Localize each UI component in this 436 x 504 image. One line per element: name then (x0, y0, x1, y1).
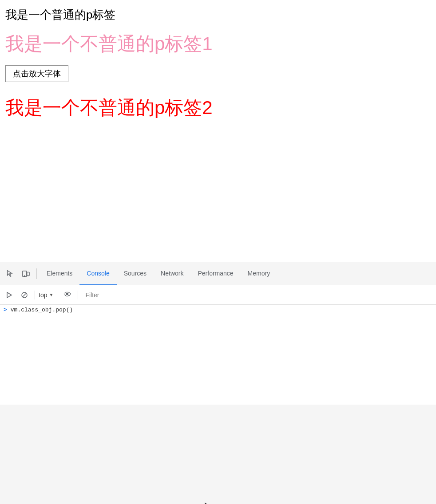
filter-input[interactable] (82, 290, 433, 300)
console-line: > vm.class_obj.pop() (0, 305, 436, 317)
console-toolbar-divider (35, 291, 35, 299)
console-prompt: > (4, 307, 7, 313)
svg-point-2 (24, 276, 25, 276)
tab-console[interactable]: Console (79, 262, 116, 285)
special-paragraph-1: 我是一个不普通的p标签1 (5, 32, 431, 56)
tab-memory[interactable]: Memory (241, 262, 277, 285)
page-content: 我是一个普通的p标签 我是一个不普通的p标签1 点击放大字体 我是一个不普通的p… (0, 0, 436, 262)
context-selector-container[interactable]: top ▼ (39, 291, 53, 299)
cursor-pointer-icon (204, 502, 214, 504)
tab-network[interactable]: Network (154, 262, 190, 285)
device-toolbar-icon[interactable] (18, 266, 34, 282)
tab-sources[interactable]: Sources (117, 262, 154, 285)
device-svg (22, 270, 30, 278)
execute-icon[interactable] (3, 288, 16, 302)
ban-svg (21, 291, 28, 299)
console-toolbar: top ▼ 👁 (0, 285, 436, 305)
tab-divider-1 (36, 268, 37, 279)
cursor-svg (6, 270, 14, 278)
clear-console-icon[interactable] (18, 288, 31, 302)
svg-rect-1 (27, 272, 29, 276)
context-arrow-icon: ▼ (49, 292, 53, 297)
special-paragraph-2: 我是一个不普通的p标签2 (5, 95, 431, 120)
console-filter-divider (78, 291, 78, 299)
eye-icon[interactable]: 👁 (61, 288, 74, 302)
play-svg (6, 291, 13, 299)
enlarge-button[interactable]: 点击放大字体 (5, 65, 68, 82)
devtools-panel: Elements Console Sources Network Perform… (0, 262, 436, 504)
tab-performance[interactable]: Performance (190, 262, 240, 285)
svg-marker-3 (7, 292, 12, 298)
inspect-element-icon[interactable] (2, 266, 18, 282)
cursor-area (0, 405, 436, 504)
console-eye-divider (57, 291, 57, 299)
tab-elements[interactable]: Elements (40, 262, 79, 285)
context-label: top (39, 291, 47, 299)
devtools-tabs-bar: Elements Console Sources Network Perform… (0, 262, 436, 285)
normal-paragraph: 我是一个普通的p标签 (5, 7, 431, 23)
svg-line-5 (23, 293, 27, 297)
console-code: vm.class_obj.pop() (11, 307, 73, 313)
console-output: > vm.class_obj.pop() (0, 305, 436, 405)
